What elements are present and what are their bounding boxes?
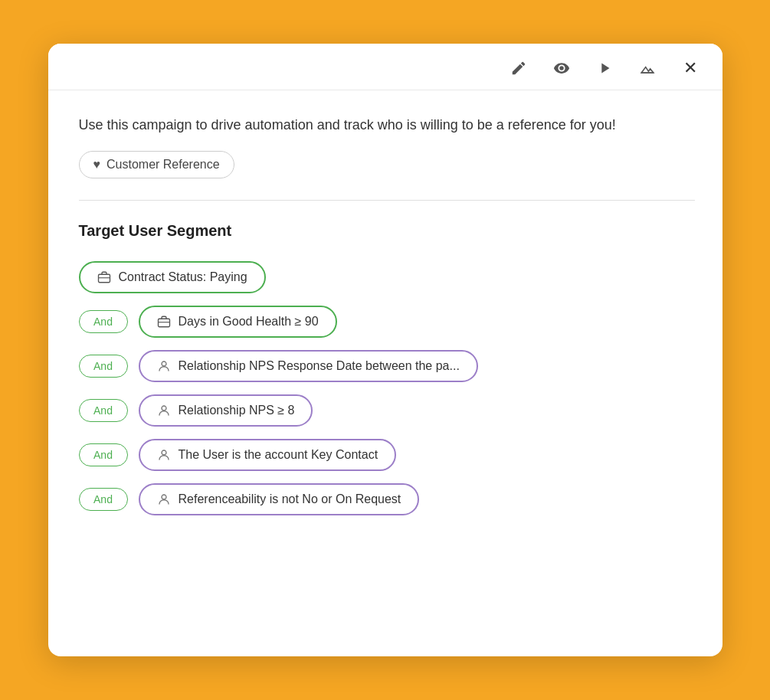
and-badge: And xyxy=(79,399,128,422)
heart-icon: ♥ xyxy=(93,158,101,172)
filter-chip-nps[interactable]: Relationship NPS ≥ 8 xyxy=(139,394,313,427)
section-divider xyxy=(79,200,695,201)
filter-chip-key-contact[interactable]: The User is the account Key Contact xyxy=(139,439,397,471)
filter-label: Contract Status: Paying xyxy=(119,270,247,284)
briefcase-icon xyxy=(97,270,111,284)
filter-row: And The User is the account Key Contact xyxy=(79,439,695,471)
preview-icon[interactable] xyxy=(551,57,572,79)
tag-label: Customer Reference xyxy=(106,158,220,172)
toolbar: ✕ xyxy=(48,44,722,90)
svg-point-5 xyxy=(162,361,166,366)
filter-row: Contract Status: Paying xyxy=(79,261,695,293)
card: ✕ Use this campaign to drive automation … xyxy=(48,44,722,656)
svg-point-6 xyxy=(162,406,166,411)
filter-chip-days-good-health[interactable]: Days in Good Health ≥ 90 xyxy=(139,306,337,338)
filter-row: And Days in Good Health ≥ 90 xyxy=(79,306,695,338)
filter-row: And Relationship NPS Response Date betwe… xyxy=(79,350,695,382)
and-badge: And xyxy=(79,355,128,378)
filter-row: And Relationship NPS ≥ 8 xyxy=(79,394,695,427)
svg-rect-3 xyxy=(158,319,169,327)
and-badge: And xyxy=(79,310,128,333)
close-icon[interactable]: ✕ xyxy=(680,57,701,79)
filter-chip-nps-response-date[interactable]: Relationship NPS Response Date between t… xyxy=(139,350,478,382)
svg-point-7 xyxy=(162,450,166,455)
play-icon[interactable] xyxy=(594,57,615,79)
filter-row: And Referenceability is not No or On Req… xyxy=(79,483,695,515)
filter-label: The User is the account Key Contact xyxy=(179,448,378,462)
and-badge: And xyxy=(79,488,128,511)
filter-label: Days in Good Health ≥ 90 xyxy=(179,315,319,329)
description-text: Use this campaign to drive automation an… xyxy=(79,115,661,136)
filter-label: Relationship NPS Response Date between t… xyxy=(179,359,460,373)
tag-badge: ♥ Customer Reference xyxy=(79,151,234,178)
main-content: Use this campaign to drive automation an… xyxy=(48,90,722,656)
edit-icon[interactable] xyxy=(508,57,529,79)
and-badge: And xyxy=(79,443,128,466)
svg-point-8 xyxy=(162,495,166,499)
svg-rect-1 xyxy=(98,274,110,283)
outer-wrapper: ✕ Use this campaign to drive automation … xyxy=(33,28,738,672)
filter-label: Relationship NPS ≥ 8 xyxy=(179,404,295,417)
filters-container: Contract Status: Paying And xyxy=(79,261,695,515)
person-icon xyxy=(157,359,171,373)
section-title: Target User Segment xyxy=(79,222,695,240)
person-icon-2 xyxy=(157,404,171,417)
chart-icon[interactable] xyxy=(637,57,658,79)
briefcase-icon-2 xyxy=(157,315,171,329)
filter-chip-referenceability[interactable]: Referenceability is not No or On Request xyxy=(139,483,420,515)
person-icon-3 xyxy=(157,448,171,462)
person-icon-4 xyxy=(157,492,171,506)
filter-chip-contract-status[interactable]: Contract Status: Paying xyxy=(79,261,266,293)
filter-label: Referenceability is not No or On Request xyxy=(179,492,401,506)
